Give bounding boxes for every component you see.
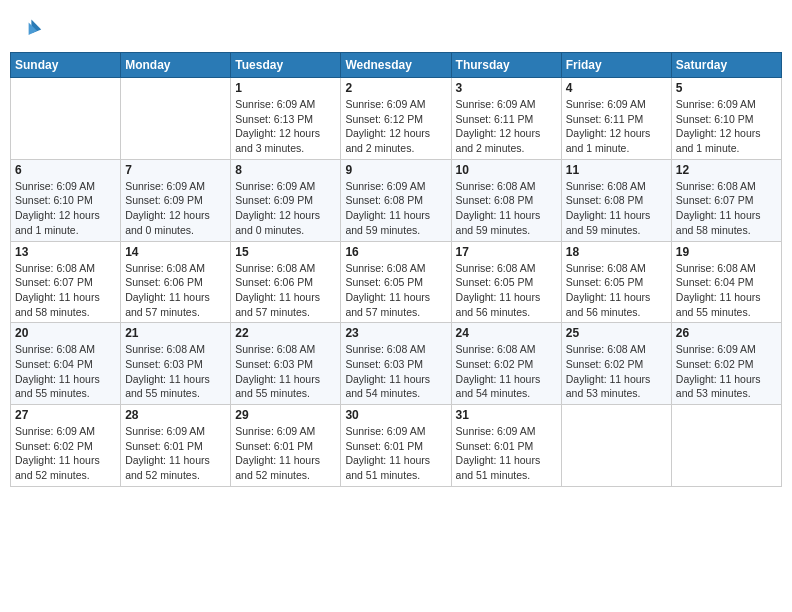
day-number: 21 — [125, 326, 226, 340]
day-info: Sunrise: 6:08 AM Sunset: 6:04 PM Dayligh… — [676, 261, 777, 320]
calendar-cell — [671, 405, 781, 487]
day-number: 14 — [125, 245, 226, 259]
day-info: Sunrise: 6:09 AM Sunset: 6:11 PM Dayligh… — [566, 97, 667, 156]
day-info: Sunrise: 6:09 AM Sunset: 6:02 PM Dayligh… — [15, 424, 116, 483]
day-info: Sunrise: 6:08 AM Sunset: 6:05 PM Dayligh… — [566, 261, 667, 320]
calendar-week-5: 27Sunrise: 6:09 AM Sunset: 6:02 PM Dayli… — [11, 405, 782, 487]
calendar-cell: 9Sunrise: 6:09 AM Sunset: 6:08 PM Daylig… — [341, 159, 451, 241]
day-number: 16 — [345, 245, 446, 259]
calendar-cell — [121, 78, 231, 160]
day-info: Sunrise: 6:08 AM Sunset: 6:06 PM Dayligh… — [125, 261, 226, 320]
day-number: 23 — [345, 326, 446, 340]
day-number: 8 — [235, 163, 336, 177]
calendar-cell: 15Sunrise: 6:08 AM Sunset: 6:06 PM Dayli… — [231, 241, 341, 323]
calendar-cell: 31Sunrise: 6:09 AM Sunset: 6:01 PM Dayli… — [451, 405, 561, 487]
day-info: Sunrise: 6:09 AM Sunset: 6:10 PM Dayligh… — [676, 97, 777, 156]
day-info: Sunrise: 6:08 AM Sunset: 6:02 PM Dayligh… — [566, 342, 667, 401]
day-number: 19 — [676, 245, 777, 259]
day-info: Sunrise: 6:09 AM Sunset: 6:12 PM Dayligh… — [345, 97, 446, 156]
calendar-cell: 27Sunrise: 6:09 AM Sunset: 6:02 PM Dayli… — [11, 405, 121, 487]
weekday-header-saturday: Saturday — [671, 53, 781, 78]
weekday-header-sunday: Sunday — [11, 53, 121, 78]
calendar-cell: 12Sunrise: 6:08 AM Sunset: 6:07 PM Dayli… — [671, 159, 781, 241]
calendar-cell: 25Sunrise: 6:08 AM Sunset: 6:02 PM Dayli… — [561, 323, 671, 405]
weekday-header-monday: Monday — [121, 53, 231, 78]
day-number: 17 — [456, 245, 557, 259]
calendar-week-3: 13Sunrise: 6:08 AM Sunset: 6:07 PM Dayli… — [11, 241, 782, 323]
calendar-cell: 3Sunrise: 6:09 AM Sunset: 6:11 PM Daylig… — [451, 78, 561, 160]
calendar-cell: 1Sunrise: 6:09 AM Sunset: 6:13 PM Daylig… — [231, 78, 341, 160]
calendar-table: SundayMondayTuesdayWednesdayThursdayFrid… — [10, 52, 782, 487]
day-number: 12 — [676, 163, 777, 177]
day-number: 3 — [456, 81, 557, 95]
calendar-cell: 10Sunrise: 6:08 AM Sunset: 6:08 PM Dayli… — [451, 159, 561, 241]
day-number: 24 — [456, 326, 557, 340]
calendar-cell: 26Sunrise: 6:09 AM Sunset: 6:02 PM Dayli… — [671, 323, 781, 405]
day-number: 26 — [676, 326, 777, 340]
logo-icon — [16, 14, 44, 42]
day-info: Sunrise: 6:08 AM Sunset: 6:08 PM Dayligh… — [456, 179, 557, 238]
day-info: Sunrise: 6:08 AM Sunset: 6:02 PM Dayligh… — [456, 342, 557, 401]
weekday-header-friday: Friday — [561, 53, 671, 78]
day-info: Sunrise: 6:08 AM Sunset: 6:03 PM Dayligh… — [345, 342, 446, 401]
calendar-week-2: 6Sunrise: 6:09 AM Sunset: 6:10 PM Daylig… — [11, 159, 782, 241]
calendar-cell: 18Sunrise: 6:08 AM Sunset: 6:05 PM Dayli… — [561, 241, 671, 323]
day-number: 2 — [345, 81, 446, 95]
day-number: 10 — [456, 163, 557, 177]
day-number: 15 — [235, 245, 336, 259]
day-info: Sunrise: 6:08 AM Sunset: 6:03 PM Dayligh… — [125, 342, 226, 401]
day-number: 28 — [125, 408, 226, 422]
day-number: 29 — [235, 408, 336, 422]
day-info: Sunrise: 6:09 AM Sunset: 6:09 PM Dayligh… — [235, 179, 336, 238]
calendar-cell: 6Sunrise: 6:09 AM Sunset: 6:10 PM Daylig… — [11, 159, 121, 241]
calendar-cell — [561, 405, 671, 487]
weekday-header-wednesday: Wednesday — [341, 53, 451, 78]
calendar-cell: 4Sunrise: 6:09 AM Sunset: 6:11 PM Daylig… — [561, 78, 671, 160]
day-number: 6 — [15, 163, 116, 177]
day-info: Sunrise: 6:08 AM Sunset: 6:06 PM Dayligh… — [235, 261, 336, 320]
day-number: 18 — [566, 245, 667, 259]
day-info: Sunrise: 6:08 AM Sunset: 6:03 PM Dayligh… — [235, 342, 336, 401]
calendar-cell: 28Sunrise: 6:09 AM Sunset: 6:01 PM Dayli… — [121, 405, 231, 487]
calendar-cell: 8Sunrise: 6:09 AM Sunset: 6:09 PM Daylig… — [231, 159, 341, 241]
day-info: Sunrise: 6:09 AM Sunset: 6:01 PM Dayligh… — [235, 424, 336, 483]
day-info: Sunrise: 6:09 AM Sunset: 6:02 PM Dayligh… — [676, 342, 777, 401]
day-number: 13 — [15, 245, 116, 259]
day-number: 7 — [125, 163, 226, 177]
calendar-cell: 30Sunrise: 6:09 AM Sunset: 6:01 PM Dayli… — [341, 405, 451, 487]
calendar-week-1: 1Sunrise: 6:09 AM Sunset: 6:13 PM Daylig… — [11, 78, 782, 160]
logo — [16, 14, 48, 42]
day-number: 9 — [345, 163, 446, 177]
day-info: Sunrise: 6:08 AM Sunset: 6:07 PM Dayligh… — [15, 261, 116, 320]
weekday-header-tuesday: Tuesday — [231, 53, 341, 78]
day-info: Sunrise: 6:08 AM Sunset: 6:08 PM Dayligh… — [566, 179, 667, 238]
calendar-cell — [11, 78, 121, 160]
calendar-cell: 5Sunrise: 6:09 AM Sunset: 6:10 PM Daylig… — [671, 78, 781, 160]
day-info: Sunrise: 6:08 AM Sunset: 6:05 PM Dayligh… — [345, 261, 446, 320]
calendar-cell: 24Sunrise: 6:08 AM Sunset: 6:02 PM Dayli… — [451, 323, 561, 405]
day-number: 25 — [566, 326, 667, 340]
calendar-cell: 20Sunrise: 6:08 AM Sunset: 6:04 PM Dayli… — [11, 323, 121, 405]
calendar-cell: 22Sunrise: 6:08 AM Sunset: 6:03 PM Dayli… — [231, 323, 341, 405]
day-info: Sunrise: 6:09 AM Sunset: 6:08 PM Dayligh… — [345, 179, 446, 238]
day-number: 30 — [345, 408, 446, 422]
day-number: 31 — [456, 408, 557, 422]
page-header — [10, 10, 782, 46]
calendar-cell: 16Sunrise: 6:08 AM Sunset: 6:05 PM Dayli… — [341, 241, 451, 323]
day-info: Sunrise: 6:08 AM Sunset: 6:07 PM Dayligh… — [676, 179, 777, 238]
day-number: 1 — [235, 81, 336, 95]
day-info: Sunrise: 6:09 AM Sunset: 6:13 PM Dayligh… — [235, 97, 336, 156]
calendar-cell: 11Sunrise: 6:08 AM Sunset: 6:08 PM Dayli… — [561, 159, 671, 241]
day-number: 5 — [676, 81, 777, 95]
day-number: 11 — [566, 163, 667, 177]
day-info: Sunrise: 6:09 AM Sunset: 6:10 PM Dayligh… — [15, 179, 116, 238]
weekday-header-thursday: Thursday — [451, 53, 561, 78]
day-info: Sunrise: 6:08 AM Sunset: 6:05 PM Dayligh… — [456, 261, 557, 320]
calendar-cell: 23Sunrise: 6:08 AM Sunset: 6:03 PM Dayli… — [341, 323, 451, 405]
day-info: Sunrise: 6:08 AM Sunset: 6:04 PM Dayligh… — [15, 342, 116, 401]
calendar-cell: 7Sunrise: 6:09 AM Sunset: 6:09 PM Daylig… — [121, 159, 231, 241]
calendar-cell: 14Sunrise: 6:08 AM Sunset: 6:06 PM Dayli… — [121, 241, 231, 323]
calendar-cell: 13Sunrise: 6:08 AM Sunset: 6:07 PM Dayli… — [11, 241, 121, 323]
day-info: Sunrise: 6:09 AM Sunset: 6:01 PM Dayligh… — [456, 424, 557, 483]
day-info: Sunrise: 6:09 AM Sunset: 6:01 PM Dayligh… — [125, 424, 226, 483]
